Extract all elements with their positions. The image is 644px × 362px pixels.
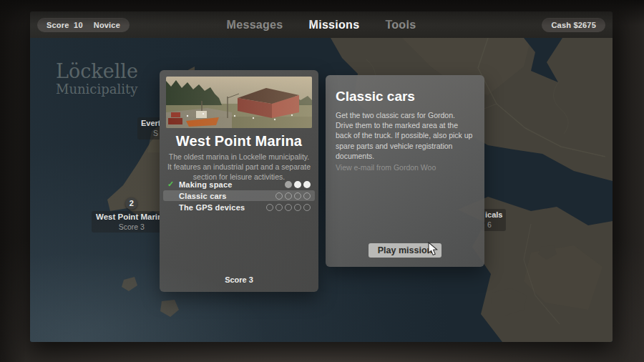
location-score: Score 3 (160, 275, 318, 284)
tab-missions[interactable]: Missions (309, 19, 360, 31)
cash-badge: Cash $2675 (542, 18, 605, 32)
view-email-link[interactable]: View e-mail from Gordon Woo (336, 163, 474, 172)
marker-number-badge[interactable]: 2 (125, 197, 137, 210)
region-title: Löckelle Municipality (56, 62, 138, 97)
game-screen-room: Score 10 Novice MessagesMissionsTools Ca… (0, 0, 644, 362)
score-dot-dim (285, 181, 292, 188)
tab-tools[interactable]: Tools (385, 19, 416, 31)
score-dots (266, 204, 311, 211)
score-dot-empty (275, 192, 283, 200)
in-game-monitor: Score 10 Novice MessagesMissionsTools Ca… (30, 11, 613, 342)
marker-name: West Point Marina (96, 212, 167, 222)
tab-messages[interactable]: Messages (227, 19, 283, 31)
location-photo-marina (166, 77, 312, 128)
mission-detail-panel: Classic cars Get the two classic cars fo… (326, 75, 484, 267)
mission-row[interactable]: ✓Making space (163, 179, 315, 190)
checkmark-icon: ✓ (167, 180, 179, 189)
mission-name: Making space (179, 180, 285, 189)
score-dot-empty (275, 204, 283, 211)
mission-name: Classic cars (179, 192, 275, 200)
score-dot-empty (303, 192, 311, 200)
location-card-west-point-marina: West Point Marina The oldest marina in L… (160, 70, 318, 292)
score-dot-filled (294, 181, 301, 188)
location-description: The oldest marina in Lockelle municipali… (167, 152, 311, 182)
mission-list: ✓Making spaceClassic carsThe GPS devices (163, 179, 315, 213)
score-dot-empty (294, 204, 301, 211)
score-dot-empty (303, 204, 311, 211)
score-dot-empty (294, 192, 301, 200)
score-dots (275, 192, 311, 200)
score-label: Score 10 (47, 21, 83, 29)
mission-row[interactable]: Classic cars (163, 190, 315, 201)
score-dot-empty (285, 192, 292, 200)
mission-title: Classic cars (336, 89, 474, 104)
score-dot-empty (266, 204, 273, 211)
cash-value: Cash $2675 (551, 21, 596, 29)
score-dot-empty (285, 204, 292, 211)
region-title-line2: Municipality (56, 82, 138, 97)
top-bar: Score 10 Novice MessagesMissionsTools Ca… (30, 11, 613, 38)
location-title: West Point Marina (160, 133, 318, 150)
rank-label: Novice (94, 21, 120, 29)
score-dot-filled (303, 181, 311, 188)
map-label-chemicals-fragment: icals 6 (482, 209, 506, 231)
mission-description: Get the two classic cars for Gordon. Dri… (336, 110, 474, 161)
region-title-line1: Löckelle (56, 62, 138, 82)
mission-row[interactable]: The GPS devices (163, 202, 315, 212)
marker-score: Score 3 (96, 222, 167, 231)
score-dots (285, 181, 311, 188)
score-rank-badge: Score 10 Novice (37, 18, 130, 32)
main-tabs: MessagesMissionsTools (227, 11, 416, 38)
play-mission-button[interactable]: Play mission (369, 243, 441, 258)
mission-name: The GPS devices (179, 203, 266, 212)
